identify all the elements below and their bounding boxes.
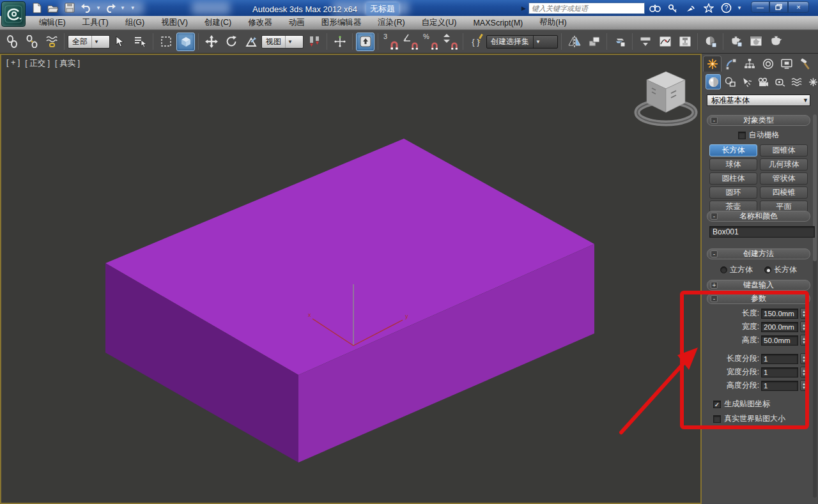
minimize-button[interactable]: — [751,1,769,13]
menu-help[interactable]: 帮助(H) [531,16,575,29]
tab-display[interactable] [777,56,796,72]
width-segs-input[interactable] [761,367,798,378]
object-type-torus[interactable]: 圆环 [709,187,757,199]
category-systems[interactable] [805,74,818,89]
tab-modify[interactable] [722,56,740,72]
communication-center-icon[interactable] [683,2,698,14]
rollout-header-object-type[interactable]: - 对象类型 [707,115,810,126]
select-and-move-icon[interactable] [202,33,220,51]
length-spinner[interactable]: ▲▼ [800,308,808,319]
object-type-geosphere[interactable]: 几何球体 [760,158,808,171]
rollout-header-creation-method[interactable]: - 创建方法 [707,248,810,259]
reference-coordinate-dropdown[interactable]: 视图 ▼ [261,35,304,49]
select-and-link-icon[interactable] [3,33,21,51]
material-editor-icon[interactable] [701,33,720,51]
width-input[interactable] [761,322,798,332]
help-search-input[interactable] [529,3,645,14]
perspective-viewport[interactable]: x y [ + ] [ 正交 ] [ 真实 ] [0,54,702,504]
snaps-toggle-3d-icon[interactable]: 3 [382,33,400,51]
category-helpers[interactable] [772,74,787,89]
object-name-input[interactable] [709,226,815,238]
search-binoculars-icon[interactable] [647,2,663,14]
rollout-header-keyboard-entry[interactable]: + 键盘输入 [707,280,810,291]
menu-tools[interactable]: 工具(T) [74,16,117,29]
render-setup-icon[interactable] [727,33,745,51]
object-type-box[interactable]: 长方体 [709,144,757,157]
tab-utilities[interactable] [796,56,814,72]
category-shapes[interactable] [722,74,737,89]
favorites-star-icon[interactable] [701,2,716,14]
help-dropdown-icon[interactable]: ▼ [737,5,742,11]
rollout-header-name-color[interactable]: - 名称和颜色 [707,211,810,222]
angle-snap-toggle-icon[interactable] [401,33,420,51]
mirror-icon[interactable] [565,33,583,51]
redo-icon[interactable] [104,1,118,14]
rectangular-selection-region-icon[interactable] [157,33,175,51]
subscription-key-icon[interactable] [665,2,681,14]
object-type-pyramid[interactable]: 四棱锥 [760,187,808,199]
category-geometry[interactable] [706,74,721,89]
qat-customize-icon[interactable]: ▼ [130,5,135,11]
schematic-view-icon[interactable] [675,33,694,51]
unlink-selection-icon[interactable] [22,33,41,51]
height-segs-spinner[interactable]: ▲▼ [800,380,808,391]
category-cameras[interactable] [755,74,771,89]
real-world-map-size-checkbox[interactable] [713,415,721,423]
length-segs-input[interactable] [761,354,798,364]
menu-rendering[interactable]: 渲染(R) [369,16,413,29]
width-spinner[interactable]: ▲▼ [800,321,808,332]
viewport-menu-shading[interactable]: [ 真实 ] [55,58,80,69]
help-icon[interactable]: ? [719,2,734,14]
align-icon[interactable] [585,33,603,51]
undo-dropdown-icon[interactable]: ▼ [96,5,101,11]
rollout-header-parameters[interactable]: - 参数 [707,293,810,304]
render-production-icon[interactable] [766,33,785,51]
menu-views[interactable]: 视图(V) [153,16,196,29]
object-type-tube[interactable]: 管状体 [760,172,808,185]
select-by-name-icon[interactable] [131,33,150,51]
category-lights[interactable] [739,74,754,89]
rendered-frame-window-icon[interactable] [746,33,765,51]
viewcube[interactable] [637,72,695,123]
menu-animation[interactable]: 动画 [281,16,313,29]
primitive-category-dropdown[interactable]: 标准基本体 ▼ [707,95,810,106]
select-object-icon[interactable] [111,33,130,51]
object-type-sphere[interactable]: 球体 [709,158,757,171]
menu-group[interactable]: 组(G) [117,16,153,29]
length-input[interactable] [761,309,798,319]
menu-edit[interactable]: 编辑(E) [31,16,74,29]
menu-modifiers[interactable]: 修改器 [240,16,281,29]
autogrid-checkbox[interactable] [738,132,746,139]
panel-scrollbar[interactable] [813,114,817,498]
named-selection-sets-dropdown[interactable]: 创建选择集 ▼ [486,35,558,49]
select-and-manipulate-icon[interactable] [330,33,349,51]
open-file-icon[interactable] [46,1,60,14]
viewport-menu-pov[interactable]: [ 正交 ] [25,58,50,69]
redo-dropdown-icon[interactable]: ▼ [120,5,125,11]
creation-method-box-radio[interactable]: 长方体 [764,264,797,275]
length-segs-spinner[interactable]: ▲▼ [800,353,808,364]
select-and-rotate-icon[interactable] [222,33,240,51]
object-type-cone[interactable]: 圆锥体 [760,144,808,157]
viewport-menu-general[interactable]: [ + ] [6,58,20,69]
application-menu-button[interactable] [1,1,26,27]
menu-maxscript[interactable]: MAXScript(M) [465,17,531,29]
creation-method-cube-radio[interactable]: 立方体 [720,264,753,275]
undo-icon[interactable] [79,1,93,14]
new-file-icon[interactable] [29,1,43,14]
menu-customize[interactable]: 自定义(U) [413,16,465,29]
curve-editor-icon[interactable] [656,33,674,51]
tab-create[interactable] [703,56,722,72]
layer-manager-icon[interactable] [610,33,629,51]
ribbon-toggle-icon[interactable] [636,33,654,51]
selection-filter-dropdown[interactable]: 全部 ▼ [68,35,110,49]
object-type-cylinder[interactable]: 圆柱体 [709,172,757,185]
height-segs-input[interactable] [761,381,798,391]
menu-graph-editors[interactable]: 图形编辑器 [313,16,370,29]
percent-snap-toggle-icon[interactable]: % [421,33,440,51]
bind-to-space-warp-icon[interactable] [42,33,61,51]
keyboard-shortcut-override-toggle[interactable] [356,33,374,51]
height-input[interactable] [761,335,798,346]
window-crossing-toggle[interactable] [176,33,195,51]
restore-button[interactable] [769,1,788,13]
